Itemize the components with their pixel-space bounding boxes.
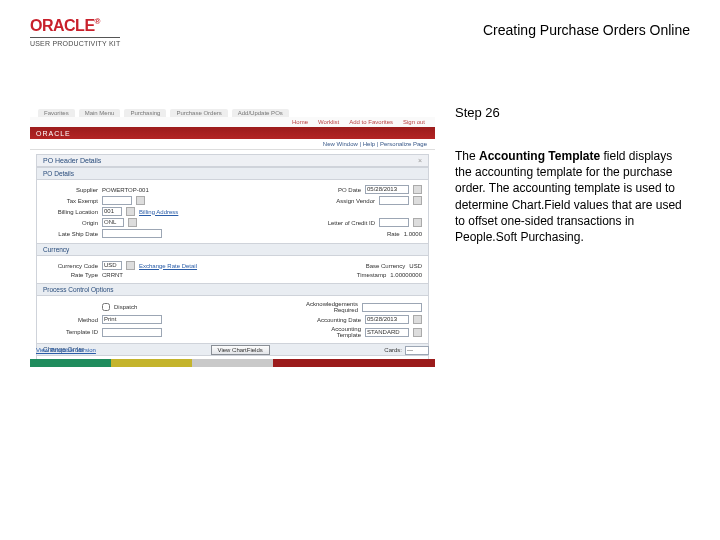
- lookup-icon[interactable]: [413, 328, 422, 337]
- billing-address-link[interactable]: Billing Address: [139, 209, 178, 215]
- late-label: Late Ship Date: [43, 231, 98, 237]
- rate-type-label: Rate Type: [43, 272, 98, 278]
- brand-bar: ORACLE: [30, 127, 435, 139]
- tab[interactable]: Add/Update POs: [232, 109, 289, 117]
- tax-exempt-label: Tax Exempt: [43, 198, 98, 204]
- instruction-panel: Step 26 The Accounting Template field di…: [455, 105, 685, 367]
- timestamp-value: 1.00000000: [390, 272, 422, 278]
- billing-location-label: Billing Location: [43, 209, 98, 215]
- decorative-stripe: [30, 359, 435, 367]
- accounting-date-input[interactable]: 05/28/2013: [365, 315, 409, 324]
- po-header-panel: PO Header Details × PO Details Supplier …: [36, 154, 429, 367]
- lookup-icon[interactable]: [126, 207, 135, 216]
- lookup-icon[interactable]: [413, 218, 422, 227]
- calendar-icon[interactable]: [413, 185, 422, 194]
- calendar-icon[interactable]: [413, 315, 422, 324]
- cards-block: Cards: —: [384, 346, 429, 355]
- ack-select[interactable]: [362, 303, 422, 312]
- billing-location-input[interactable]: 001: [102, 207, 122, 216]
- process-body: Dispatch Acknowledgements Required Metho…: [37, 296, 428, 343]
- rate-type-value: CRRNT: [102, 272, 123, 278]
- accounting-template-input[interactable]: STANDARD: [365, 328, 409, 337]
- accounting-template-label: Accounting Template: [306, 326, 361, 338]
- tab[interactable]: Purchase Orders: [170, 109, 227, 117]
- close-icon[interactable]: ×: [418, 157, 422, 164]
- instruction-prefix: The: [455, 149, 479, 163]
- base-currency-value: USD: [409, 263, 422, 269]
- details-body: Supplier POWERTOP-001 PO Date 05/28/2013…: [37, 180, 428, 243]
- currency-code-input[interactable]: USD: [102, 261, 122, 270]
- lookup-icon[interactable]: [128, 218, 137, 227]
- dispatch-checkbox[interactable]: [102, 303, 110, 311]
- tax-exempt-input[interactable]: [102, 196, 132, 205]
- menu-item[interactable]: Sign out: [403, 119, 425, 125]
- tab[interactable]: Favorites: [38, 109, 75, 117]
- method-select[interactable]: Print: [102, 315, 162, 324]
- tab[interactable]: Purchasing: [124, 109, 166, 117]
- step-label: Step 26: [455, 105, 685, 120]
- origin-input[interactable]: ONL: [102, 218, 124, 227]
- cards-label: Cards:: [384, 347, 402, 353]
- assign-vendor-input[interactable]: [379, 196, 409, 205]
- page-title: Creating Purchase Orders Online: [483, 18, 690, 38]
- panel-title-text: PO Header Details: [43, 157, 101, 164]
- accounting-date-label: Accounting Date: [306, 317, 361, 323]
- supplier-value: POWERTOP-001: [102, 187, 149, 193]
- po-date-label: PO Date: [306, 187, 361, 193]
- oracle-logo-subtitle: USER PRODUCTIVITY KIT: [30, 37, 120, 47]
- loc-input[interactable]: [379, 218, 409, 227]
- registered-mark: ®: [95, 17, 100, 26]
- base-currency-label: Base Currency: [350, 263, 405, 269]
- assign-vendor-label: Assign Vendor: [320, 198, 375, 204]
- currency-code-label: Currency Code: [43, 263, 98, 269]
- oracle-logo-block: ORACLE® USER PRODUCTIVITY KIT: [30, 18, 120, 47]
- process-subband: Process Control Options: [37, 283, 428, 296]
- loc-label: Letter of Credit ID: [320, 220, 375, 226]
- cards-input[interactable]: —: [405, 346, 429, 355]
- view-chartfields-button[interactable]: View ChartFields: [211, 345, 270, 355]
- oracle-logo: ORACLE®: [30, 18, 120, 34]
- browser-tabs: Favorites Main Menu Purchasing Purchase …: [30, 105, 435, 117]
- top-menu: Home Worklist Add to Favorites Sign out: [30, 117, 435, 127]
- app-screenshot: Favorites Main Menu Purchasing Purchase …: [30, 105, 435, 367]
- late-select[interactable]: [102, 229, 162, 238]
- lookup-icon[interactable]: [413, 196, 422, 205]
- instruction-text: The Accounting Template field displays t…: [455, 148, 685, 245]
- menu-item[interactable]: Add to Favorites: [349, 119, 393, 125]
- currency-subband: Currency: [37, 243, 428, 256]
- ack-label: Acknowledgements Required: [303, 301, 358, 313]
- origin-label: Origin: [43, 220, 98, 226]
- instruction-bold: Accounting Template: [479, 149, 600, 163]
- oracle-logo-text: ORACLE: [30, 17, 95, 34]
- menu-item[interactable]: Home: [292, 119, 308, 125]
- lookup-icon[interactable]: [136, 196, 145, 205]
- dispatch-label: Dispatch: [114, 304, 137, 310]
- rate-label: Rate: [345, 231, 400, 237]
- menu-item[interactable]: Worklist: [318, 119, 339, 125]
- panel-heading: PO Header Details ×: [37, 155, 428, 167]
- instruction-suffix: field displays the accounting template f…: [455, 149, 682, 244]
- method-label: Method: [43, 317, 98, 323]
- currency-body: Currency Code USD Exchange Rate Detail B…: [37, 256, 428, 283]
- lookup-icon[interactable]: [126, 261, 135, 270]
- template-id-label: Template ID: [43, 329, 98, 335]
- footer-strip: View Printable Version View ChartFields …: [36, 345, 429, 355]
- tab[interactable]: Main Menu: [79, 109, 121, 117]
- page-toolbar[interactable]: New Window | Help | Personalize Page: [30, 139, 435, 150]
- supplier-label: Supplier: [43, 187, 98, 193]
- details-subband: PO Details: [37, 167, 428, 180]
- timestamp-label: Timestamp: [331, 272, 386, 278]
- po-date-input[interactable]: 05/28/2013: [365, 185, 409, 194]
- rate-value: 1.0000: [404, 231, 422, 237]
- template-id-select[interactable]: [102, 328, 162, 337]
- exchange-rate-link[interactable]: Exchange Rate Detail: [139, 263, 197, 269]
- printable-version-link[interactable]: View Printable Version: [36, 347, 96, 353]
